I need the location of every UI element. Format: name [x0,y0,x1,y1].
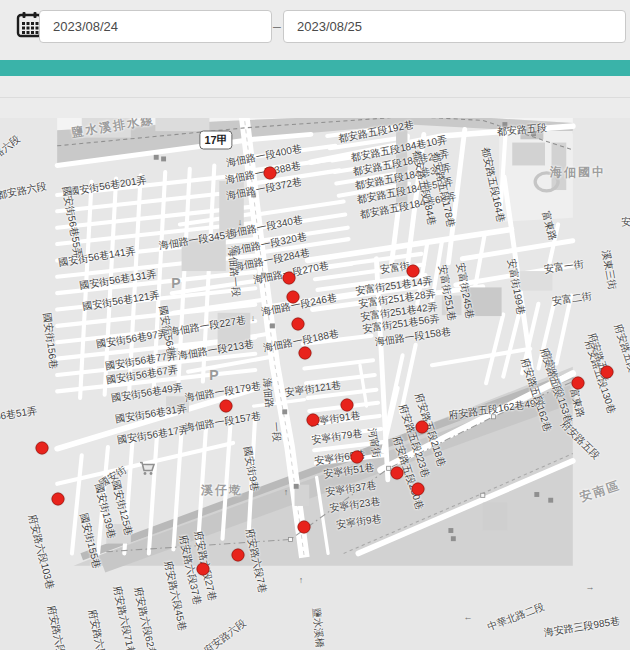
incident-marker[interactable] [52,493,65,506]
incident-marker[interactable] [283,272,296,285]
one-way-arrow: → [586,582,595,592]
incident-marker[interactable] [292,318,305,331]
app-window: – 鹽水溪排水線海佃國中溪仔墘安南區路六段都安路六段國安街56巷201弄國安街5… [0,0,630,650]
road-name-label: 鹽水溪橋 [311,608,324,649]
incident-marker[interactable] [601,366,614,379]
one-way-arrow: ↓ [251,313,256,323]
incident-marker[interactable] [232,549,245,562]
one-way-arrow: ↑ [299,575,304,585]
incident-marker[interactable] [341,399,354,412]
map[interactable]: 鹽水溪排水線海佃國中溪仔墘安南區路六段都安路六段國安街56巷201弄國安街56巷… [0,118,630,650]
incident-marker[interactable] [572,377,585,390]
place-label: 海佃國中 [550,166,606,178]
date-from-input[interactable] [39,10,272,43]
one-way-arrow: ↑ [284,487,289,497]
incident-marker[interactable] [36,442,49,455]
incident-marker[interactable] [351,451,364,464]
supermarket-cart-icon [139,462,155,479]
incident-marker[interactable] [416,421,429,434]
street-label: 安 [621,217,630,227]
one-way-arrow: ↓ [262,375,267,385]
one-way-arrow: ← [464,612,473,622]
incident-marker[interactable] [298,521,311,534]
incident-marker[interactable] [307,414,320,427]
incident-marker[interactable] [287,291,300,304]
incident-marker[interactable] [299,347,312,360]
date-to-input[interactable] [283,10,626,43]
parking-icon: P [171,275,180,291]
incident-marker[interactable] [407,265,420,278]
parking-icon: P [209,367,218,383]
one-way-arrow: ↓ [238,217,243,227]
route-shield-17jia: 17甲 [199,131,232,150]
incident-marker[interactable] [220,400,233,413]
toolbar-substrip [0,76,630,98]
toolbar-substrip-2 [0,98,630,118]
incident-marker[interactable] [264,167,277,180]
incident-marker[interactable] [391,467,404,480]
date-range-separator: – [273,18,281,34]
incident-marker[interactable] [412,483,425,496]
accent-bar [0,60,630,76]
road-name-label: 一段 [270,422,282,443]
date-range-toolbar: – [0,0,630,60]
place-label: 溪仔墘 [201,484,243,496]
incident-marker[interactable] [197,563,210,576]
